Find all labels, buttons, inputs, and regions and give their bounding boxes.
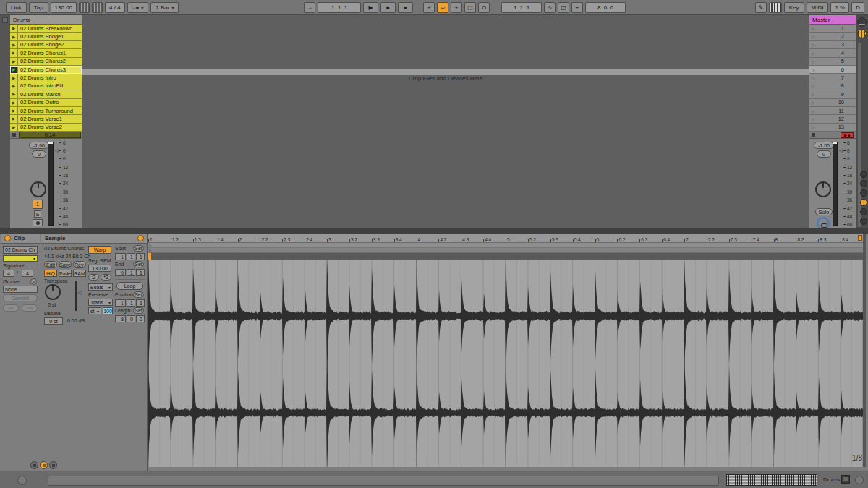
- detune-field[interactable]: 0 ct: [44, 317, 63, 325]
- scene-slot[interactable]: ▷7: [809, 74, 856, 82]
- set-end-button[interactable]: Set: [133, 261, 144, 267]
- track-solo-button[interactable]: S: [34, 210, 41, 218]
- warp-mode-chooser[interactable]: Beats▾: [88, 283, 113, 291]
- set-position-button[interactable]: Set: [133, 291, 144, 298]
- loop-brace[interactable]: [148, 253, 863, 260]
- stop-all-clips-button[interactable]: [809, 133, 817, 137]
- transpose-knob[interactable]: [45, 284, 61, 300]
- clip-slot[interactable]: ▶02 Drums Chorus3: [10, 66, 82, 74]
- scene-slot[interactable]: ▷11: [809, 107, 856, 115]
- scene-slot[interactable]: ▷5: [809, 58, 856, 66]
- groove-pool-icon[interactable]: ≈: [30, 278, 37, 285]
- track-pan-knob[interactable]: [30, 181, 46, 197]
- re-enable-automation-button[interactable]: +: [451, 2, 462, 13]
- clip-launch-icon[interactable]: ▶: [10, 58, 18, 65]
- clip-slot[interactable]: ▶02 Drums Outro: [10, 99, 82, 107]
- master-title[interactable]: Master: [809, 15, 856, 25]
- clip-box-toggle[interactable]: [30, 461, 38, 469]
- start-beat-field[interactable]: 1: [127, 253, 135, 260]
- transpose-value[interactable]: 0 st: [48, 302, 56, 307]
- groove-chooser[interactable]: None: [3, 286, 38, 293]
- position-sixteenth-field[interactable]: 1: [136, 299, 145, 307]
- ruler-end-marker[interactable]: [858, 235, 862, 241]
- hiq-button[interactable]: HiQ: [44, 270, 57, 277]
- clip-launch-icon[interactable]: ▶: [10, 49, 18, 56]
- clip-slot[interactable]: ▶02 Drums IntroFill: [10, 82, 82, 90]
- scene-launch-icon[interactable]: ▷: [809, 67, 817, 72]
- scene-launch-icon[interactable]: ▷: [809, 26, 817, 31]
- warp-button[interactable]: Warp: [88, 246, 111, 254]
- ram-button[interactable]: RAM: [73, 270, 86, 277]
- nudge-up-button[interactable]: [92, 2, 103, 13]
- fade-button[interactable]: Fade: [59, 270, 72, 277]
- clip-slot[interactable]: ▶02 Drums Chorus2: [10, 58, 82, 66]
- scene-launch-icon[interactable]: ▷: [809, 51, 817, 56]
- punch-out-button[interactable]: ⌁: [571, 2, 583, 13]
- loop-start-display[interactable]: 1. 1. 1: [501, 2, 542, 13]
- set-length-button[interactable]: Set: [133, 307, 144, 314]
- session-grid[interactable]: Drop Files and Devices Here: [82, 15, 809, 233]
- metronome-button[interactable]: ○●▾: [127, 2, 149, 13]
- transient-envelope-field[interactable]: 100: [103, 307, 113, 314]
- key-map-button[interactable]: Key: [784, 2, 804, 13]
- mixer-section-toggle[interactable]: [860, 199, 867, 206]
- loop-mode-chooser[interactable]: st▾: [88, 307, 101, 314]
- master-volume-field[interactable]: -1.00: [814, 142, 834, 149]
- midi-overdub-button[interactable]: +: [423, 2, 435, 13]
- scene-slot[interactable]: ▷13: [809, 124, 856, 132]
- clip-slot[interactable]: ▶02 Drums Breakdown: [10, 25, 82, 33]
- previous-clip-button[interactable]: <<: [3, 304, 19, 312]
- keyboard-toggle[interactable]: [855, 476, 864, 484]
- warp-marker-lane[interactable]: ▷: [148, 243, 863, 248]
- sample-gain-value[interactable]: 0.00 dB: [67, 318, 85, 323]
- io-section-toggle[interactable]: [860, 171, 867, 178]
- clip-slot[interactable]: ▶02 Drums Verse1: [10, 115, 82, 123]
- scene-launch-icon[interactable]: ▷: [809, 124, 817, 129]
- scene-slot[interactable]: ▷3: [809, 41, 856, 49]
- scene-launch-icon[interactable]: ▷: [809, 42, 817, 47]
- revert-sample-button[interactable]: Rev.: [73, 261, 86, 268]
- scene-slot[interactable]: ▷9: [809, 90, 856, 98]
- scene-launch-icon[interactable]: ▷: [809, 34, 817, 39]
- master-pan-knob[interactable]: [815, 181, 831, 197]
- length-beat-field[interactable]: 0: [127, 315, 135, 322]
- track-volume-field[interactable]: -1.00: [29, 142, 49, 149]
- record-button[interactable]: ●: [398, 2, 413, 13]
- seg-bpm-field[interactable]: 130.00: [88, 265, 111, 272]
- automation-arm-button[interactable]: ∞: [437, 2, 448, 13]
- track-pan-field[interactable]: 0: [32, 150, 46, 158]
- clip-color-chooser[interactable]: ▾: [3, 255, 38, 262]
- double-tempo-button[interactable]: *2: [101, 274, 111, 281]
- clip-launch-icon[interactable]: ▶: [10, 107, 18, 114]
- clip-launch-icon[interactable]: ▶: [10, 33, 18, 40]
- clip-slot[interactable]: ▶02 Drums Intro: [10, 74, 82, 82]
- preserve-chooser[interactable]: Trans▾: [88, 299, 113, 306]
- start-bar-field[interactable]: 1: [115, 253, 126, 260]
- time-signature-display[interactable]: 4 / 4: [105, 2, 125, 13]
- length-bar-field[interactable]: 8: [115, 315, 126, 322]
- track-arm-button[interactable]: [33, 219, 43, 226]
- view-divider[interactable]: [0, 228, 868, 234]
- position-beat-field[interactable]: 1: [127, 299, 135, 307]
- scene-slot[interactable]: ▷6: [809, 66, 856, 74]
- session-record-button[interactable]: ⬚: [464, 2, 476, 13]
- master-solo-button[interactable]: Solo: [815, 208, 833, 215]
- tap-tempo-button[interactable]: Tap: [29, 2, 48, 13]
- capture-midi-button[interactable]: O: [478, 2, 490, 13]
- scene-launch-icon[interactable]: ▷: [809, 108, 817, 114]
- clip-slot[interactable]: ▶02 Drums Bridge1: [10, 33, 82, 40]
- crossfader-section-toggle[interactable]: [860, 218, 867, 225]
- clip-slot[interactable]: ▶02 Drums Bridge2: [10, 41, 82, 49]
- back-to-arrangement-button[interactable]: ▶■: [841, 132, 854, 138]
- track-title[interactable]: Drums: [10, 15, 82, 25]
- halve-tempo-button[interactable]: :2: [88, 274, 99, 281]
- clip-name-field[interactable]: 02 Drums Ch: [3, 246, 38, 254]
- clip-launch-icon[interactable]: ▶: [10, 41, 18, 48]
- quantization-menu[interactable]: 1 Bar▾: [150, 2, 179, 13]
- hot-swap-icon[interactable]: [137, 235, 144, 241]
- scene-slot[interactable]: ▷10: [809, 99, 856, 107]
- loop-start-marker[interactable]: [148, 253, 151, 260]
- end-bar-field[interactable]: 9: [115, 269, 126, 276]
- nudge-down-button[interactable]: [79, 2, 90, 13]
- follow-button[interactable]: →: [304, 2, 315, 13]
